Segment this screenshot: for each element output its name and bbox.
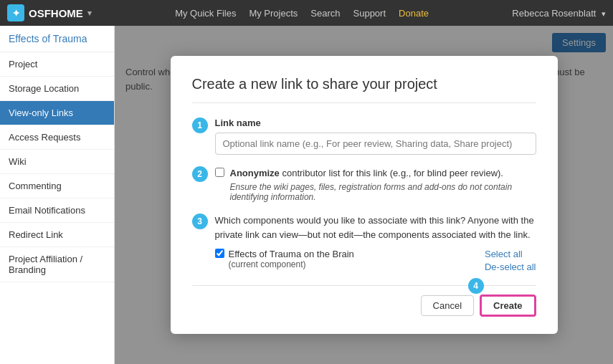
- deselect-all-button[interactable]: De-select all: [485, 262, 536, 272]
- component-row: Effects of Trauma on the Brain (current …: [215, 249, 536, 272]
- nav-support[interactable]: Support: [353, 8, 386, 19]
- anonymize-bold: Anonymize: [230, 168, 280, 178]
- component-actions: Select all De-select all: [485, 249, 536, 272]
- step3-bubble: 3: [192, 214, 208, 229]
- component-name: Effects of Trauma on the Brain: [229, 249, 354, 259]
- component-checkbox[interactable]: [215, 249, 224, 258]
- nav-donate[interactable]: Donate: [399, 8, 429, 19]
- anonymize-checkbox[interactable]: [215, 168, 224, 177]
- anonymize-suffix: contributor list for this link (e.g., fo…: [280, 168, 503, 178]
- nav-my-quick-files[interactable]: My Quick Files: [175, 8, 236, 19]
- nav-links: My Quick Files My Projects Search Suppor…: [106, 8, 498, 19]
- sidebar-item-access-requests[interactable]: Access Requests: [0, 125, 114, 150]
- create-button[interactable]: Create: [480, 294, 536, 317]
- cancel-button[interactable]: Cancel: [421, 295, 474, 316]
- logo-dropdown-icon[interactable]: ▾: [87, 9, 92, 18]
- sidebar-item-commenting[interactable]: Commenting: [0, 174, 114, 198]
- sidebar-item-redirect-link[interactable]: Redirect Link: [0, 223, 114, 247]
- step3-content: Which components would you like to assoc…: [215, 214, 536, 272]
- content-area: Settings Control who can edit your wiki.…: [115, 26, 613, 364]
- sidebar-item-email-notifications[interactable]: Email Notifications: [0, 198, 114, 223]
- modal-step3: 3 Which components would you like to ass…: [192, 214, 536, 272]
- step1-content: Link name: [215, 118, 536, 155]
- select-all-button[interactable]: Select all: [485, 249, 523, 259]
- sidebar-item-project[interactable]: Project: [0, 52, 114, 77]
- step1-bubble: 1: [192, 118, 208, 133]
- component-sub: (current component): [229, 259, 354, 269]
- top-navigation: ✦ OSFHOME ▾ My Quick Files My Projects S…: [0, 0, 613, 26]
- logo[interactable]: ✦ OSFHOME ▾: [7, 4, 92, 21]
- user-name: Rebecca Rosenblatt: [512, 8, 596, 19]
- main-layout: Effects of Trauma Project Storage Locati…: [0, 26, 613, 364]
- logo-icon: ✦: [7, 4, 24, 21]
- create-link-modal: Create a new link to share your project …: [171, 56, 558, 335]
- anonymize-note: Ensure the wiki pages, files, registrati…: [230, 182, 536, 202]
- logo-text: OSFHOME: [29, 7, 83, 19]
- anonymize-row: Anonymize contributor list for this link…: [215, 166, 536, 203]
- sidebar: Effects of Trauma Project Storage Locati…: [0, 26, 115, 364]
- step4-bubble: 4: [468, 278, 484, 294]
- step2-bubble: 2: [192, 166, 208, 182]
- sidebar-item-wiki[interactable]: Wiki: [0, 150, 114, 174]
- modal-title: Create a new link to share your project: [192, 76, 536, 103]
- link-name-label: Link name: [215, 118, 536, 128]
- link-name-input[interactable]: [215, 133, 536, 155]
- sidebar-item-project-affiliation[interactable]: Project Affiliation / Branding: [0, 247, 114, 282]
- nav-search[interactable]: Search: [310, 8, 340, 19]
- user-dropdown-icon: ▾: [602, 9, 606, 18]
- component-info: Effects of Trauma on the Brain (current …: [229, 249, 354, 269]
- user-menu[interactable]: Rebecca Rosenblatt ▾: [512, 8, 606, 19]
- step2-content: Anonymize contributor list for this link…: [215, 166, 536, 203]
- component-left: Effects of Trauma on the Brain (current …: [215, 249, 354, 269]
- modal-step2: 2 Anonymize contributor list for this li…: [192, 166, 536, 203]
- anonymize-text: Anonymize contributor list for this link…: [230, 166, 536, 181]
- modal-overlay: Create a new link to share your project …: [115, 26, 613, 364]
- anonymize-text-block: Anonymize contributor list for this link…: [230, 166, 536, 203]
- sidebar-item-storage-location[interactable]: Storage Location: [0, 77, 114, 101]
- modal-footer: 4 Cancel Create: [192, 285, 536, 317]
- component-description: Which components would you like to assoc…: [215, 214, 536, 241]
- sidebar-item-view-only-links[interactable]: View-only Links: [0, 101, 114, 125]
- nav-my-projects[interactable]: My Projects: [249, 8, 298, 19]
- sidebar-project-title[interactable]: Effects of Trauma: [0, 26, 114, 52]
- modal-step1: 1 Link name: [192, 118, 536, 155]
